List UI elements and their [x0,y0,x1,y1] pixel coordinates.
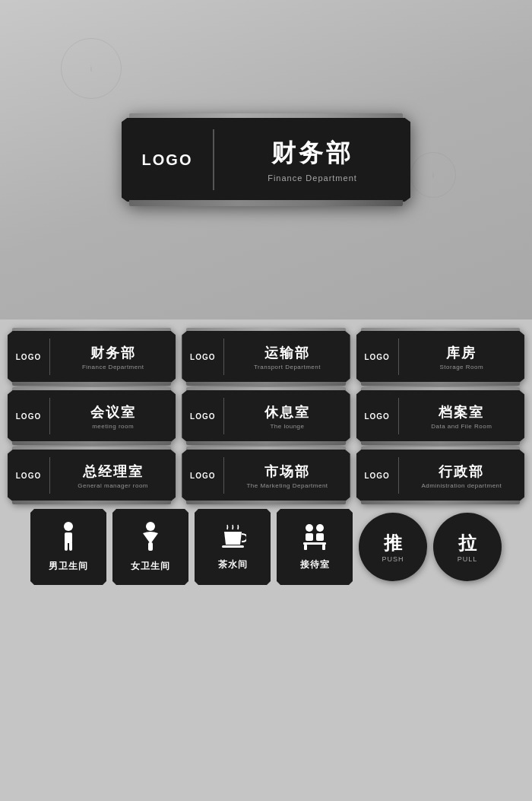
sign-female-restroom: 女卫生间 [112,509,188,585]
sign-transport-chinese: 运输部 [264,344,310,362]
sign-lounge-chinese: 休息室 [264,403,310,421]
sign-meeting-text: 会议室 meeting room [50,390,176,442]
sign-admin-logo: LOGO [356,450,398,501]
top-section: i i LOGO 财务部 Finance Department [0,0,532,319]
sign-storage-text: 库房 Storage Room [399,331,524,383]
sign-transport-logo: LOGO [182,331,223,383]
sign-storage-chinese: 库房 [446,344,477,362]
push-english: PUSH [382,555,404,563]
watermark-1: i [61,38,122,99]
sign-archive-logo: LOGO [356,390,398,442]
bottom-section: LOGO 财务部 Finance Department LOGO 运输部 Tra… [0,319,532,801]
svg-rect-12 [304,545,307,550]
sign-archive-english: Data and File Room [431,423,492,430]
sign-row-1: LOGO 财务部 Finance Department LOGO 运输部 Tra… [8,331,524,383]
sign-admin-inner: LOGO 行政部 Administration department [356,450,524,501]
sign-finance: LOGO 财务部 Finance Department [8,331,176,383]
svg-rect-8 [306,533,313,541]
sign-marketing: LOGO 市场部 The Marketing Department [182,450,350,501]
sign-row-3: LOGO 总经理室 General manager room LOGO 市场部 … [8,450,524,501]
sign-gm: LOGO 总经理室 General manager room [8,450,176,501]
sign-storage: LOGO 库房 Storage Room [356,331,524,383]
svg-point-7 [306,524,313,532]
main-sign-large: LOGO 财务部 Finance Department [122,118,410,202]
sign-lounge: LOGO 休息室 The lounge [182,390,350,442]
main-sign-text: 财务部 Finance Department [214,118,410,202]
svg-rect-13 [322,545,325,550]
sign-storage-logo: LOGO [356,331,398,383]
sign-storage-inner: LOGO 库房 Storage Room [356,331,524,383]
sign-meeting-english: meeting room [92,423,134,430]
male-icon [57,521,80,555]
sign-admin: LOGO 行政部 Administration department [356,450,524,501]
sign-finance-inner: LOGO 财务部 Finance Department [8,331,176,383]
main-sign-english: Finance Department [268,173,357,183]
coffee-icon [220,523,246,554]
sign-archive-chinese: 档案室 [439,403,484,421]
sign-marketing-text: 市场部 The Marketing Department [224,450,350,501]
sign-tea-room: 茶水间 [195,509,271,585]
reception-icon [300,523,329,554]
push-button[interactable]: 推 PUSH [359,513,427,581]
sign-reception: 接待室 [277,509,353,585]
sign-admin-chinese: 行政部 [439,462,484,481]
sign-meeting-chinese: 会议室 [90,403,136,421]
svg-point-0 [64,522,73,531]
svg-point-9 [316,524,324,532]
sign-male-restroom: 男卫生间 [30,509,106,585]
sign-transport: LOGO 运输部 Transport Department [182,331,350,383]
svg-rect-5 [148,542,153,551]
sign-finance-text: 财务部 Finance Department [50,331,176,383]
svg-rect-6 [222,545,244,548]
svg-rect-1 [65,532,72,543]
female-restroom-label: 女卫生间 [131,560,170,573]
male-restroom-label: 男卫生间 [49,560,88,573]
sign-gm-text: 总经理室 General manager room [50,450,176,501]
sign-archive-text: 档案室 Data and File Room [399,390,524,442]
sign-finance-english: Finance Department [82,364,144,370]
sign-finance-logo: LOGO [8,331,49,383]
sign-meeting-inner: LOGO 会议室 meeting room [8,390,176,442]
sign-marketing-english: The Marketing Department [246,482,328,489]
main-sign-chinese: 财务部 [271,137,353,170]
sign-row-2: LOGO 会议室 meeting room LOGO 休息室 The loung… [8,390,524,442]
sign-archive-inner: LOGO 档案室 Data and File Room [356,390,524,442]
svg-rect-2 [65,542,68,551]
sign-transport-inner: LOGO 运输部 Transport Department [182,331,350,383]
sign-gm-logo: LOGO [8,450,49,501]
sign-marketing-logo: LOGO [182,450,223,501]
pull-button[interactable]: 拉 PULL [433,513,502,581]
push-chinese: 推 [384,531,402,555]
sign-archive: LOGO 档案室 Data and File Room [356,390,524,442]
sign-finance-chinese: 财务部 [90,344,136,362]
sign-meeting: LOGO 会议室 meeting room [8,390,176,442]
square-sign-row: 男卫生间 女卫生间 [8,509,524,585]
sign-transport-english: Transport Department [254,364,321,370]
female-icon [139,521,162,555]
tea-room-label: 茶水间 [218,558,248,571]
sign-transport-text: 运输部 Transport Department [224,331,350,383]
svg-rect-11 [303,542,326,545]
svg-point-4 [146,522,155,531]
reception-label: 接待室 [300,558,330,571]
svg-rect-10 [316,533,324,541]
pull-english: PULL [458,555,478,563]
sign-meeting-logo: LOGO [8,390,49,442]
sign-gm-inner: LOGO 总经理室 General manager room [8,450,176,501]
sign-gm-english: General manager room [78,482,148,489]
svg-rect-3 [69,542,72,551]
sign-marketing-chinese: 市场部 [264,462,310,481]
sign-lounge-text: 休息室 The lounge [224,390,350,442]
main-sign-inner: LOGO 财务部 Finance Department [122,118,410,202]
sign-admin-text: 行政部 Administration department [399,450,524,501]
sign-marketing-inner: LOGO 市场部 The Marketing Department [182,450,350,501]
watermark-2: i [410,152,456,198]
sign-admin-english: Administration department [421,482,502,489]
sign-lounge-english: The lounge [270,423,304,430]
sign-storage-english: Storage Room [440,364,484,370]
pull-chinese: 拉 [458,531,477,555]
sign-lounge-inner: LOGO 休息室 The lounge [182,390,350,442]
sign-gm-chinese: 总经理室 [83,462,144,481]
sign-lounge-logo: LOGO [182,390,223,442]
main-logo: LOGO [122,118,213,202]
